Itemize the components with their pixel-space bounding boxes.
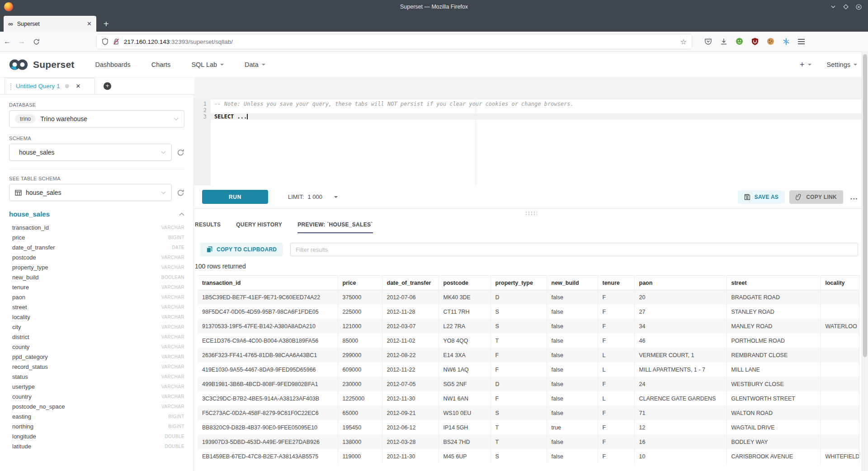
copy-link-button[interactable]: COPY LINK xyxy=(789,190,843,204)
save-as-button[interactable]: SAVE AS xyxy=(738,190,785,204)
schema-label: SCHEMA xyxy=(9,136,184,141)
url-bar[interactable]: 217.160.120.143:32393/superset/sqllab/ ☆ xyxy=(97,34,692,49)
ublock-origin-icon[interactable] xyxy=(751,38,759,45)
table-value: house_sales xyxy=(26,189,61,196)
schema-column: property_typeVARCHAR xyxy=(9,262,184,272)
column-header-tenure[interactable]: tenure xyxy=(598,276,634,290)
column-name: longitude xyxy=(12,433,165,440)
menu-icon[interactable] xyxy=(798,38,805,45)
filter-results-input[interactable] xyxy=(290,243,858,256)
nav-item-dashboards[interactable]: Dashboards xyxy=(95,61,130,68)
line-text: SELECT ... xyxy=(211,113,868,120)
column-name: county xyxy=(12,344,161,350)
snowflake-extension-icon[interactable] xyxy=(783,38,790,45)
browser-tab-close-icon[interactable]: ✕ xyxy=(87,20,92,27)
cookie-icon[interactable] xyxy=(767,38,774,45)
copy-to-clipboard-button[interactable]: COPY TO CLIPBOARD xyxy=(200,243,283,256)
table-cell: 3C3C29DC-B7B2-4BE5-914A-A38123AF403B xyxy=(198,391,338,406)
table-cell: true xyxy=(547,420,598,435)
database-select[interactable]: trino Trino warehouse xyxy=(9,110,184,127)
privacy-badger-icon[interactable] xyxy=(736,38,743,45)
column-name: country xyxy=(12,393,161,400)
pocket-icon[interactable] xyxy=(704,38,712,45)
superset-logo[interactable] xyxy=(8,58,29,71)
tracking-shield-icon[interactable] xyxy=(102,38,108,45)
column-header-paon[interactable]: paon xyxy=(634,276,726,290)
table-row: EB1459EB-67ED-47C8-B2E7-A38143AB55751190… xyxy=(198,449,859,464)
column-type: VARCHAR xyxy=(161,265,184,270)
table-row: 2636F323-FF41-4765-81DB-98CAA6A43BC12990… xyxy=(198,348,859,363)
table-select[interactable]: house_sales xyxy=(9,184,172,201)
page-scrollbar[interactable] xyxy=(862,52,868,471)
column-type: BIGINT xyxy=(168,235,184,240)
table-cell: WALTON ROAD xyxy=(726,406,821,420)
schema-column: longitudeDOUBLE xyxy=(9,431,184,441)
limit-dropdown[interactable]: LIMIT: 1 000 xyxy=(288,193,338,200)
table-cell: IP14 5GH xyxy=(439,420,491,435)
table-cell: F xyxy=(598,377,634,391)
column-type: DOUBLE xyxy=(165,444,184,449)
table-cell: BS24 7HD xyxy=(439,435,491,449)
refresh-tables-button[interactable] xyxy=(177,189,184,197)
table-cell: 193907D3-5DBD-453D-A49E-9FEE27DAB926 xyxy=(198,435,338,449)
window-close-button[interactable] xyxy=(856,4,862,10)
downloads-icon[interactable] xyxy=(720,38,727,45)
table-cell: WS10 0EU xyxy=(439,406,491,420)
database-value: Trino warehouse xyxy=(40,115,87,122)
pane-splitter[interactable] xyxy=(194,209,868,217)
drag-handle-icon[interactable] xyxy=(10,83,12,90)
schema-select[interactable]: house_sales xyxy=(9,144,172,161)
table-cell: false xyxy=(547,305,598,319)
column-name: district xyxy=(12,334,161,340)
results-grid: transaction_idpricedate_of_transferpostc… xyxy=(198,275,859,464)
nav-item-data[interactable]: Data xyxy=(245,61,265,68)
table-cell: 2012-07-05 xyxy=(382,377,439,391)
table-cell: 609000 xyxy=(338,363,382,377)
table-cell xyxy=(821,377,859,391)
browser-tab-title: Superset xyxy=(17,21,87,27)
browser-tab[interactable]: ∞ Superset ✕ xyxy=(4,16,96,32)
nav-item-charts[interactable]: Charts xyxy=(151,61,171,68)
more-actions-button[interactable]: ... xyxy=(850,193,858,201)
forward-button[interactable]: → xyxy=(14,38,29,46)
nav-item-sql-lab[interactable]: SQL Lab xyxy=(191,61,224,68)
sql-editor[interactable]: 1-- Note: Unless you save your query, th… xyxy=(194,99,868,185)
insecure-lock-icon[interactable] xyxy=(113,38,119,45)
table-cell: NW1 6AN xyxy=(439,391,491,406)
column-header-transaction_id[interactable]: transaction_id xyxy=(198,276,338,290)
collapse-table-chevron-icon[interactable] xyxy=(179,212,184,216)
brand-name[interactable]: Superset xyxy=(33,59,74,70)
query-tab[interactable]: Untitled Query 1 ✕ xyxy=(5,78,95,94)
results-tab-query-history[interactable]: QUERY HISTORY xyxy=(236,217,282,233)
refresh-schemas-button[interactable] xyxy=(177,149,184,156)
schema-column: date_of_transferDATE xyxy=(9,242,184,252)
run-button[interactable]: RUN xyxy=(202,190,268,204)
reload-button[interactable] xyxy=(29,38,43,45)
column-header-date_of_transfer[interactable]: date_of_transfer xyxy=(382,276,439,290)
bookmark-star-icon[interactable]: ☆ xyxy=(680,38,687,46)
results-tab-preview-house-sales[interactable]: PREVIEW: `HOUSE_SALES` xyxy=(297,217,373,233)
table-cell: 119000 xyxy=(338,449,382,464)
query-tab-close-icon[interactable]: ✕ xyxy=(76,83,81,89)
results-tab-results[interactable]: RESULTS xyxy=(195,217,221,233)
add-query-tab-button[interactable]: + xyxy=(104,82,111,90)
column-header-locality[interactable]: locality xyxy=(821,276,859,290)
column-header-new_build[interactable]: new_build xyxy=(547,276,598,290)
window-minimize-button[interactable] xyxy=(830,4,836,9)
column-header-property_type[interactable]: property_type xyxy=(491,276,547,290)
settings-dropdown[interactable]: Settings xyxy=(827,61,857,68)
table-cell: 27 xyxy=(634,305,726,319)
column-header-price[interactable]: price xyxy=(338,276,382,290)
scrollbar-thumb[interactable] xyxy=(863,54,867,357)
window-maximize-button[interactable] xyxy=(843,4,849,9)
add-new-dropdown[interactable]: + xyxy=(800,61,811,69)
table-cell: F xyxy=(598,305,634,319)
column-header-street[interactable]: street xyxy=(726,276,821,290)
back-button[interactable]: ← xyxy=(0,38,14,46)
table-cell: false xyxy=(547,435,598,449)
column-header-postcode[interactable]: postcode xyxy=(439,276,491,290)
column-name: northing xyxy=(12,423,168,430)
table-cell xyxy=(821,435,859,449)
new-tab-button[interactable]: + xyxy=(104,19,109,28)
results-tab-bar: RESULTSQUERY HISTORYPREVIEW: `HOUSE_SALE… xyxy=(194,217,868,233)
